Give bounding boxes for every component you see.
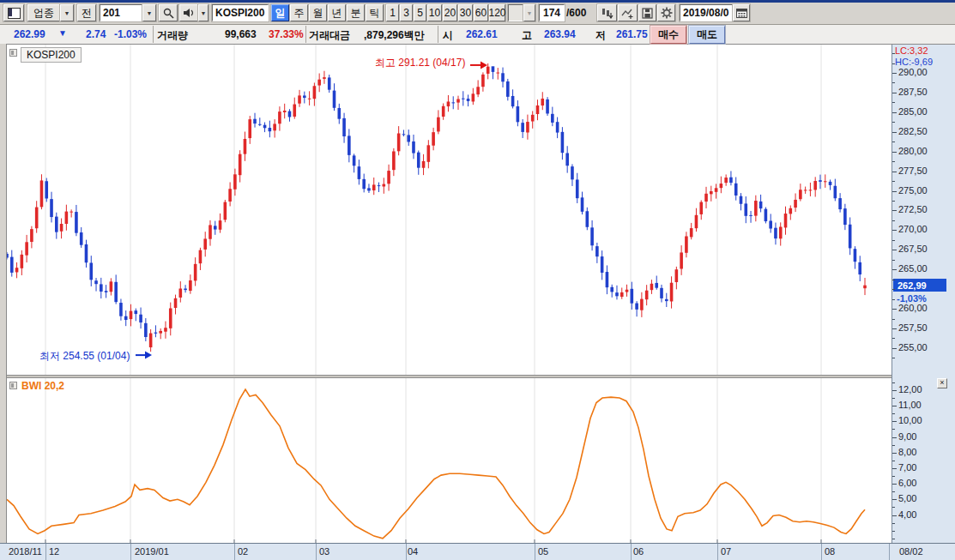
axis-tick	[892, 73, 897, 74]
tab-weekly[interactable]: 주	[290, 4, 308, 21]
interval-3-label: 3	[403, 7, 409, 19]
indicator-panel[interactable]	[7, 378, 892, 543]
search-icon	[163, 8, 174, 19]
axis-tick-label: 287,50	[898, 87, 928, 97]
axis-tick	[892, 390, 897, 391]
sector-selector[interactable]: 업종	[27, 4, 60, 21]
axis-tick	[892, 413, 895, 414]
close-icon: ×	[940, 378, 944, 387]
axis-tick-label: 12,00	[898, 384, 922, 394]
jeon-button[interactable]: 전	[77, 4, 96, 21]
axis-tick	[892, 382, 895, 383]
axis-tick	[892, 142, 895, 142]
symbol-input[interactable]: KOSPI200	[212, 4, 269, 21]
speaker-icon	[183, 8, 195, 18]
axis-tick	[892, 161, 895, 162]
tab-daily[interactable]: 일	[271, 4, 289, 21]
last-price: 262.99	[14, 28, 45, 40]
time-axis-separator	[406, 544, 407, 560]
buy-label: 매수	[658, 27, 679, 42]
axis-tick	[892, 250, 897, 250]
indicator-tag: BWI 20,2	[21, 380, 64, 392]
date-input[interactable]: 2019/08/0	[680, 4, 733, 21]
empty-combo[interactable]	[508, 4, 523, 21]
bar-count-input[interactable]: 174	[539, 4, 565, 21]
tab-monthly[interactable]: 월	[309, 4, 327, 21]
axis-tick-label: 5,00	[898, 493, 916, 503]
interval-3-button[interactable]: 3	[400, 4, 413, 21]
price-chart-panel[interactable]	[7, 45, 892, 375]
time-axis-label: 06	[633, 546, 644, 557]
code-input[interactable]: 201	[100, 4, 142, 21]
sell-button[interactable]: 매도	[689, 26, 725, 44]
save-button[interactable]	[638, 4, 656, 21]
bar-total-label: /600	[566, 7, 586, 19]
axis-tick	[892, 507, 895, 508]
time-axis-separator	[889, 544, 890, 560]
gear-icon	[661, 7, 673, 19]
series-toggle-icon[interactable]	[9, 49, 17, 57]
calendar-icon	[736, 8, 747, 18]
panel-toggle-button[interactable]	[3, 4, 24, 21]
axis-tick-label: 280,00	[898, 146, 928, 156]
change-pct: -1.03%	[114, 28, 147, 40]
search-button[interactable]	[159, 4, 178, 21]
sector-dropdown-button[interactable]: ▼	[60, 4, 74, 21]
axis-tick	[892, 358, 895, 358]
interval-60-button[interactable]: 60	[474, 4, 488, 21]
empty-combo-dropdown-button[interactable]: ▼	[523, 4, 535, 21]
chart-left-gutter	[0, 44, 7, 560]
time-axis-label: 2019/01	[135, 546, 169, 557]
down-arrow-icon: ▼	[58, 28, 67, 38]
time-axis-separator	[821, 544, 822, 560]
time-axis-label: 07	[721, 546, 731, 557]
axis-tick-label: 4,00	[898, 509, 916, 520]
tab-minute-label: 분	[351, 6, 361, 21]
axis-tick	[892, 299, 895, 300]
axis-tick	[892, 152, 897, 153]
axis-tick	[892, 406, 897, 406]
axis-tick-label: 290,00	[898, 67, 928, 77]
tab-tick[interactable]: 틱	[366, 4, 384, 21]
axis-tick	[892, 499, 897, 500]
panel-toggle-icon	[8, 8, 21, 19]
time-axis-separator	[717, 544, 718, 560]
buy-button[interactable]: 매수	[650, 26, 686, 44]
date-value: 2019/08/0	[683, 7, 728, 19]
time-axis-label: 2018/11	[9, 546, 42, 557]
settings-button[interactable]	[657, 4, 675, 21]
interval-1-label: 1	[390, 7, 396, 19]
last-date-label: 08/02	[899, 546, 923, 557]
price-axis[interactable]: LC:3,32 HC:-9,69 262,99 -1,03% 290,00287…	[892, 45, 955, 543]
axis-tick	[892, 309, 897, 310]
interval-10-button[interactable]: 10	[427, 4, 442, 21]
interval-1-button[interactable]: 1	[386, 4, 399, 21]
tab-minute[interactable]: 분	[347, 4, 365, 21]
time-axis[interactable]: 2018/11122019/010203040506070808/02	[0, 543, 955, 560]
axis-tick	[892, 102, 895, 103]
interval-20-button[interactable]: 20	[443, 4, 457, 21]
interval-5-button[interactable]: 5	[414, 4, 426, 21]
axis-tick-label: 265,00	[898, 263, 928, 274]
calendar-button[interactable]	[733, 4, 750, 21]
add-trendline-button[interactable]	[618, 4, 638, 21]
axis-tick	[892, 240, 895, 241]
tab-weekly-label: 주	[294, 6, 305, 21]
indicator-toggle-icon[interactable]	[9, 382, 17, 389]
time-axis-label: 05	[538, 546, 548, 557]
interval-10-label: 10	[429, 7, 440, 19]
code-dropdown-button[interactable]: ▼	[142, 4, 156, 21]
interval-60-label: 60	[475, 7, 487, 19]
axis-tick-label: 255,00	[898, 342, 928, 352]
tab-tick-label: 틱	[370, 6, 380, 21]
axis-tick	[892, 181, 895, 182]
sound-button[interactable]	[179, 4, 198, 21]
sound-dropdown-button[interactable]: ▼	[198, 4, 209, 21]
interval-30-button[interactable]: 30	[458, 4, 473, 21]
close-indicator-button[interactable]: ×	[937, 378, 947, 388]
add-indicator-button[interactable]	[597, 4, 617, 21]
interval-120-button[interactable]: 120	[489, 4, 505, 21]
axis-tick-label: 272,50	[898, 204, 928, 214]
tab-yearly[interactable]: 년	[328, 4, 346, 21]
chart-series-tag: KOSPI200	[21, 47, 82, 63]
